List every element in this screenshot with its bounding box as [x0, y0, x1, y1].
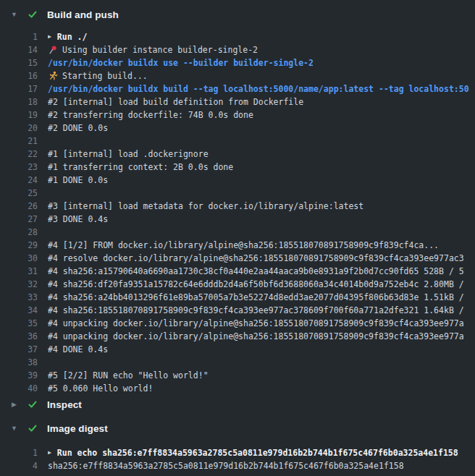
section-image-digest: ▼Image digest1▶Run echo sha256:e7ff8834a… — [0, 420, 475, 472]
line-number[interactable]: 17 — [0, 84, 38, 94]
line-number[interactable]: 24 — [0, 175, 38, 185]
line-number[interactable]: 38 — [0, 357, 38, 367]
log-text: #4 resolve docker.io/library/alpine@sha2… — [48, 253, 464, 263]
section-build-and-push: ▼Build and push1▶Run ./14Using builder i… — [0, 7, 475, 395]
line-number[interactable]: 16 — [0, 71, 38, 81]
chevron-right-icon[interactable]: ▶ — [48, 34, 51, 40]
log-text: #2 [internal] load build definition from… — [48, 97, 303, 107]
line-number[interactable]: 27 — [0, 214, 38, 224]
pushpin-icon — [48, 45, 58, 55]
section-title: Build and push — [47, 9, 119, 20]
section-log-lines: 1▶Run ./14Using builder instance builder… — [0, 30, 475, 395]
log-line: 40#5 0.060 Hello world! — [0, 382, 475, 395]
check-icon — [27, 9, 38, 20]
log-text: #4 unpacking docker.io/library/alpine@sh… — [48, 331, 464, 341]
line-number[interactable]: 33 — [0, 292, 38, 302]
log-line: 32#4 sha256:df20fa9351a15782c64e6dddb2d4… — [0, 278, 475, 291]
line-number[interactable]: 31 — [0, 266, 38, 276]
log-text: #4 unpacking docker.io/library/alpine@sh… — [48, 318, 464, 328]
line-number[interactable]: 15 — [0, 58, 38, 68]
line-number[interactable]: 25 — [0, 188, 38, 198]
log-text: /usr/bin/docker buildx use --builder bui… — [48, 58, 314, 68]
line-number[interactable]: 35 — [0, 318, 38, 328]
line-number[interactable]: 26 — [0, 201, 38, 211]
log-text: /usr/bin/docker buildx build --tag local… — [48, 84, 469, 94]
line-number[interactable]: 20 — [0, 123, 38, 133]
line-number[interactable]: 14 — [0, 45, 38, 55]
line-number[interactable]: 39 — [0, 370, 38, 381]
log-line: 37#4 DONE 0.4s — [0, 343, 475, 356]
check-icon — [27, 422, 38, 434]
run-command-text: Run ./ — [57, 32, 88, 42]
check-icon — [27, 399, 38, 410]
line-number[interactable]: 34 — [0, 305, 38, 315]
log-line: 29#4 [1/2] FROM docker.io/library/alpine… — [0, 239, 475, 252]
log-line: 25 — [0, 187, 475, 200]
log-line: 31#4 sha256:a15790640a6690aa1730c38cf0a4… — [0, 265, 475, 278]
log-line: 1▶Run echo sha256:e7ff8834a5963a2785c5a0… — [0, 446, 475, 459]
line-number[interactable]: 29 — [0, 240, 38, 250]
chevron-right-icon[interactable]: ▶ — [9, 401, 19, 408]
log-line: 28 — [0, 226, 475, 239]
log-text: #2 DONE 0.0s — [48, 123, 108, 133]
log-text: #1 transferring context: 2B 0.0s done — [48, 162, 233, 172]
log-line: 22#1 [internal] load .dockerignore — [0, 148, 475, 161]
log-line: 4sha256:e7ff8834a5963a2785c5a0811e979d16… — [0, 459, 475, 472]
log-text: #1 DONE 0.0s — [48, 175, 108, 185]
log-text: Using builder instance builder-single-2 — [62, 45, 258, 55]
log-text: #5 [2/2] RUN echo "Hello world!" — [48, 370, 209, 381]
log-line: 26#3 [internal] load metadata for docker… — [0, 200, 475, 213]
line-number[interactable]: 22 — [0, 149, 38, 159]
log-text: #3 [internal] load metadata for docker.i… — [48, 201, 363, 211]
log-line: 33#4 sha256:a24bb4013296f61e89ba57005a7b… — [0, 291, 475, 304]
line-number[interactable]: 1 — [0, 448, 38, 458]
line-number[interactable]: 21 — [0, 136, 38, 146]
line-number[interactable]: 30 — [0, 253, 38, 263]
log-text: #4 sha256:a15790640a6690aa1730c38cf0a440… — [48, 266, 464, 276]
log-line: 23#1 transferring context: 2B 0.0s done — [0, 161, 475, 174]
log-text: #4 sha256:df20fa9351a15782c64e6dddb2d4a6… — [48, 279, 464, 289]
log-line: 24#1 DONE 0.0s — [0, 174, 475, 187]
line-number[interactable]: 32 — [0, 279, 38, 289]
section-title: Inspect — [47, 399, 82, 410]
log-line: 27#3 DONE 0.4s — [0, 213, 475, 226]
log-text: #2 transferring dockerfile: 74B 0.0s don… — [48, 110, 253, 120]
log-text: #3 DONE 0.4s — [48, 214, 108, 224]
log-text: Starting build... — [62, 71, 148, 81]
line-number[interactable]: 1 — [0, 32, 38, 42]
log-text: #4 sha256:185518070891758909c9f839cf4ca3… — [48, 305, 464, 315]
log-line: 19#2 transferring dockerfile: 74B 0.0s d… — [0, 109, 475, 122]
log-text: sha256:e7ff8834a5963a2785c5a0811e979d16b… — [48, 461, 404, 471]
section-header-image-digest[interactable]: ▼Image digest — [0, 420, 475, 436]
chevron-down-icon[interactable]: ▼ — [9, 425, 19, 432]
log-text: #1 [internal] load .dockerignore — [48, 149, 209, 159]
workflow-log-viewer: ▼Build and push1▶Run ./14Using builder i… — [0, 0, 475, 476]
chevron-right-icon[interactable]: ▶ — [48, 450, 51, 456]
log-line: 35#4 unpacking docker.io/library/alpine@… — [0, 317, 475, 330]
line-number[interactable]: 36 — [0, 331, 38, 341]
log-line: 21 — [0, 135, 475, 148]
log-line: 16Starting build... — [0, 69, 475, 82]
section-header-inspect[interactable]: ▶Inspect — [0, 396, 475, 412]
section-title: Image digest — [47, 423, 108, 434]
log-line: 36#4 unpacking docker.io/library/alpine@… — [0, 330, 475, 343]
log-line: 1▶Run ./ — [0, 30, 475, 43]
run-command-text: Run echo sha256:e7ff8834a5963a2785c5a081… — [57, 448, 458, 458]
line-number[interactable]: 18 — [0, 97, 38, 107]
line-number[interactable]: 4 — [0, 461, 38, 471]
line-number[interactable]: 37 — [0, 344, 38, 354]
section-header-build-and-push[interactable]: ▼Build and push — [0, 7, 475, 22]
line-number[interactable]: 19 — [0, 110, 38, 120]
line-number[interactable]: 23 — [0, 162, 38, 172]
chevron-down-icon[interactable]: ▼ — [9, 12, 19, 18]
log-line: 30#4 resolve docker.io/library/alpine@sh… — [0, 252, 475, 265]
log-line: 20#2 DONE 0.0s — [0, 122, 475, 135]
log-text: #4 [1/2] FROM docker.io/library/alpine@s… — [48, 240, 439, 250]
line-number[interactable]: 28 — [0, 227, 38, 237]
log-line: 18#2 [internal] load build definition fr… — [0, 95, 475, 109]
log-line: 39#5 [2/2] RUN echo "Hello world!" — [0, 369, 475, 382]
section-inspect: ▶Inspect — [0, 396, 475, 412]
line-number[interactable]: 40 — [0, 383, 38, 394]
log-text: #4 DONE 0.4s — [48, 344, 108, 354]
log-line: 38 — [0, 356, 475, 369]
